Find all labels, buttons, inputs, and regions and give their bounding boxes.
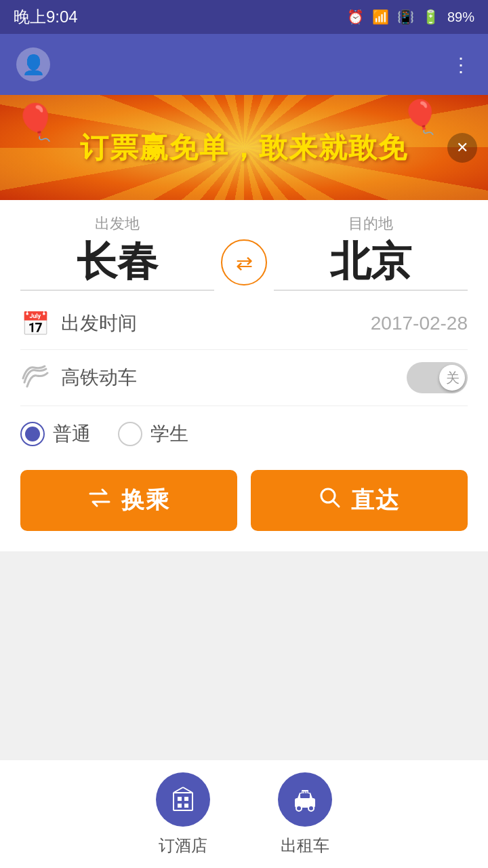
train-toggle[interactable]: 关 [407, 362, 468, 393]
svg-rect-6 [184, 804, 188, 808]
transfer-label: 换乘 [121, 485, 170, 516]
origin-destination-row: 出发地 长春 ⇄ 目的地 北京 [20, 214, 468, 291]
date-label: 出发时间 [61, 311, 371, 336]
student-radio-circle [118, 422, 142, 446]
destination-section[interactable]: 目的地 北京 [274, 214, 468, 291]
transfer-button[interactable]: 换乘 [20, 470, 237, 531]
svg-point-10 [296, 806, 302, 811]
status-icons: ⏰ 📶 📳 🔋 89% [347, 9, 474, 25]
app-header: 👤 ⋮ [0, 34, 488, 95]
promo-banner: 🎈 订票赢免单，敢来就敢免 🎈 ✕ [0, 95, 488, 200]
status-bar: 晚上9:04 ⏰ 📶 📳 🔋 89% [0, 0, 488, 34]
train-toggle-row: 高铁动车 关 [20, 350, 468, 406]
date-row[interactable]: 📅 出发时间 2017-02-28 [20, 298, 468, 350]
student-radio-label: 学生 [150, 421, 188, 447]
banner-text: 订票赢免单，敢来就敢免 [80, 129, 408, 167]
status-time: 晚上9:04 [14, 6, 78, 28]
taxi-icon: TAXI [278, 772, 332, 827]
date-value: 2017-02-28 [371, 313, 468, 334]
avatar[interactable]: 👤 [16, 47, 50, 81]
search-form: 出发地 长春 ⇄ 目的地 北京 📅 出发时间 2017-02-28 [0, 200, 488, 551]
destination-label: 目的地 [274, 214, 468, 234]
taxi-label: 出租车 [281, 835, 329, 856]
user-icon: 👤 [22, 54, 45, 76]
normal-radio-label: 普通 [53, 421, 91, 447]
train-label: 高铁动车 [61, 365, 407, 391]
normal-radio[interactable]: 普通 [20, 421, 91, 447]
normal-radio-dot [25, 427, 40, 441]
more-menu-button[interactable]: ⋮ [451, 54, 472, 76]
balloon-left-icon: 🎈 [14, 102, 58, 143]
banner-close-button[interactable]: ✕ [447, 133, 477, 163]
hotel-icon [156, 772, 210, 827]
calendar-icon: 📅 [20, 310, 50, 337]
swap-button[interactable]: ⇄ [221, 239, 267, 285]
toggle-state: 关 [446, 369, 460, 387]
search-buttons: 换乘 直达 [20, 470, 468, 531]
direct-label: 直达 [351, 485, 400, 516]
search-icon [319, 486, 342, 515]
direct-button[interactable]: 直达 [251, 470, 468, 531]
destination-underline [274, 290, 468, 291]
origin-underline [20, 290, 214, 291]
balloon-right-icon: 🎈 [400, 98, 441, 136]
transfer-icon [87, 487, 112, 514]
svg-line-7 [174, 787, 183, 793]
battery-icon: 🔋 [422, 9, 439, 25]
alarm-icon: ⏰ [347, 9, 364, 25]
svg-rect-2 [174, 793, 192, 810]
origin-label: 出发地 [20, 214, 214, 234]
svg-line-8 [183, 787, 192, 793]
swap-icon: ⇄ [236, 251, 253, 275]
svg-rect-4 [184, 797, 188, 801]
destination-city: 北京 [274, 239, 468, 284]
svg-rect-3 [178, 797, 182, 801]
svg-rect-12 [300, 793, 310, 798]
signal-icon: 📳 [397, 9, 414, 25]
svg-point-11 [308, 806, 314, 811]
passenger-type-row: 普通 学生 [20, 406, 468, 454]
nav-hotel[interactable]: 订酒店 [156, 772, 210, 856]
hotel-label: 订酒店 [159, 835, 207, 856]
svg-rect-5 [178, 804, 182, 808]
svg-text:TAXI: TAXI [302, 791, 308, 794]
bottom-navigation: 订酒店 TAXI 出租车 [0, 760, 488, 868]
battery-percent: 89% [447, 9, 474, 25]
student-radio[interactable]: 学生 [118, 421, 188, 447]
svg-line-1 [333, 500, 339, 507]
wifi-icon: 📶 [372, 9, 389, 25]
origin-city: 长春 [20, 239, 214, 284]
train-icon [20, 363, 50, 393]
nav-taxi[interactable]: TAXI 出租车 [278, 772, 332, 856]
origin-section[interactable]: 出发地 长春 [20, 214, 214, 291]
normal-radio-circle [20, 422, 45, 446]
